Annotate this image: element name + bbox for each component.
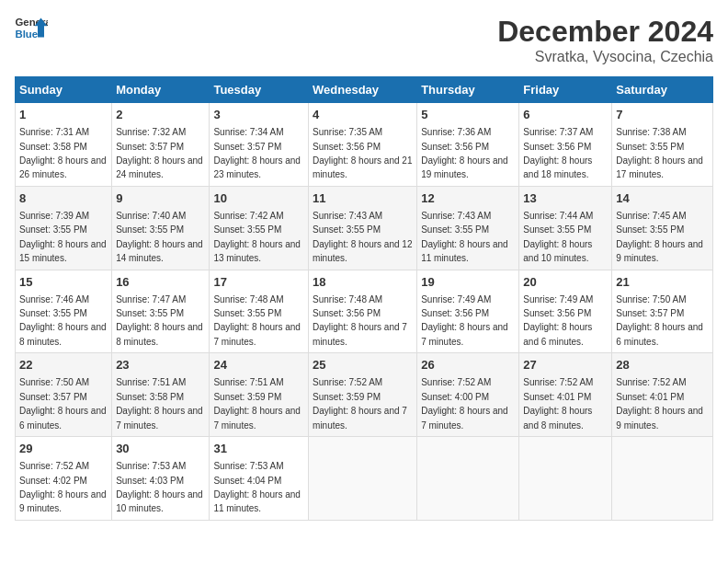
calendar-cell: 5 Sunrise: 7:36 AMSunset: 3:56 PMDayligh… (417, 103, 519, 187)
day-number: 12 (421, 190, 515, 207)
weekday-header-tuesday: Tuesday (210, 77, 309, 103)
weekday-header-saturday: Saturday (612, 77, 713, 103)
day-info: Sunrise: 7:53 AMSunset: 4:03 PMDaylight:… (116, 461, 203, 513)
day-number: 14 (616, 190, 709, 207)
calendar-cell: 2 Sunrise: 7:32 AMSunset: 3:57 PMDayligh… (112, 103, 210, 187)
day-info: Sunrise: 7:37 AMSunset: 3:56 PMDaylight:… (523, 127, 593, 179)
day-number: 22 (19, 357, 108, 373)
day-info: Sunrise: 7:52 AMSunset: 3:59 PMDaylight:… (313, 377, 407, 430)
day-number: 29 (19, 441, 108, 457)
weekday-header-wednesday: Wednesday (309, 77, 417, 103)
calendar-cell: 16 Sunrise: 7:47 AMSunset: 3:55 PMDaylig… (112, 270, 210, 353)
day-info: Sunrise: 7:48 AMSunset: 3:55 PMDaylight:… (213, 294, 301, 347)
logo: General Blue (15, 15, 48, 40)
day-info: Sunrise: 7:45 AMSunset: 3:55 PMDaylight:… (616, 211, 703, 263)
weekday-header-row: SundayMondayTuesdayWednesdayThursdayFrid… (16, 77, 713, 103)
day-info: Sunrise: 7:51 AMSunset: 3:59 PMDaylight:… (213, 377, 301, 430)
calendar-cell: 15 Sunrise: 7:46 AMSunset: 3:55 PMDaylig… (16, 270, 112, 353)
day-number: 7 (616, 107, 709, 123)
calendar-cell: 20 Sunrise: 7:49 AMSunset: 3:56 PMDaylig… (519, 270, 612, 353)
day-number: 15 (19, 274, 108, 291)
calendar-cell: 12 Sunrise: 7:43 AMSunset: 3:55 PMDaylig… (417, 186, 519, 270)
day-info: Sunrise: 7:53 AMSunset: 4:04 PMDaylight:… (213, 461, 301, 513)
day-number: 25 (313, 357, 413, 373)
day-info: Sunrise: 7:36 AMSunset: 3:56 PMDaylight:… (421, 127, 508, 179)
calendar-cell: 10 Sunrise: 7:42 AMSunset: 3:55 PMDaylig… (210, 186, 309, 270)
day-info: Sunrise: 7:52 AMSunset: 4:01 PMDaylight:… (523, 377, 593, 430)
weekday-header-monday: Monday (112, 77, 210, 103)
day-info: Sunrise: 7:44 AMSunset: 3:55 PMDaylight:… (523, 211, 593, 263)
calendar-table: SundayMondayTuesdayWednesdayThursdayFrid… (15, 76, 713, 521)
calendar-cell: 21 Sunrise: 7:50 AMSunset: 3:57 PMDaylig… (612, 270, 713, 353)
day-number: 9 (116, 190, 205, 207)
weekday-header-friday: Friday (519, 77, 612, 103)
day-info: Sunrise: 7:49 AMSunset: 3:56 PMDaylight:… (421, 294, 508, 347)
calendar-cell: 8 Sunrise: 7:39 AMSunset: 3:55 PMDayligh… (16, 186, 112, 270)
day-info: Sunrise: 7:38 AMSunset: 3:55 PMDaylight:… (616, 127, 703, 179)
day-number: 4 (313, 107, 413, 123)
day-info: Sunrise: 7:52 AMSunset: 4:00 PMDaylight:… (421, 377, 508, 430)
day-number: 11 (313, 190, 413, 207)
day-info: Sunrise: 7:39 AMSunset: 3:55 PMDaylight:… (19, 211, 107, 263)
day-info: Sunrise: 7:43 AMSunset: 3:55 PMDaylight:… (421, 211, 508, 263)
calendar-cell: 1 Sunrise: 7:31 AMSunset: 3:58 PMDayligh… (16, 103, 112, 187)
day-number: 27 (523, 357, 608, 373)
day-number: 17 (213, 274, 304, 291)
calendar-week-row: 1 Sunrise: 7:31 AMSunset: 3:58 PMDayligh… (16, 103, 713, 187)
day-info: Sunrise: 7:50 AMSunset: 3:57 PMDaylight:… (19, 377, 107, 430)
day-number: 2 (116, 107, 205, 123)
calendar-cell: 13 Sunrise: 7:44 AMSunset: 3:55 PMDaylig… (519, 186, 612, 270)
calendar-cell: 22 Sunrise: 7:50 AMSunset: 3:57 PMDaylig… (16, 353, 112, 437)
calendar-cell: 14 Sunrise: 7:45 AMSunset: 3:55 PMDaylig… (612, 186, 713, 270)
calendar-cell: 4 Sunrise: 7:35 AMSunset: 3:56 PMDayligh… (309, 103, 417, 187)
day-number: 28 (616, 357, 709, 373)
day-number: 5 (421, 107, 515, 123)
day-info: Sunrise: 7:52 AMSunset: 4:02 PMDaylight:… (19, 461, 107, 513)
day-info: Sunrise: 7:47 AMSunset: 3:55 PMDaylight:… (116, 294, 203, 347)
day-number: 26 (421, 357, 515, 373)
day-info: Sunrise: 7:40 AMSunset: 3:55 PMDaylight:… (116, 211, 203, 263)
calendar-cell: 26 Sunrise: 7:52 AMSunset: 4:00 PMDaylig… (417, 353, 519, 437)
day-info: Sunrise: 7:52 AMSunset: 4:01 PMDaylight:… (616, 377, 703, 430)
calendar-cell: 6 Sunrise: 7:37 AMSunset: 3:56 PMDayligh… (519, 103, 612, 187)
day-info: Sunrise: 7:32 AMSunset: 3:57 PMDaylight:… (116, 127, 203, 179)
calendar-cell (417, 437, 519, 521)
calendar-week-row: 29 Sunrise: 7:52 AMSunset: 4:02 PMDaylig… (16, 437, 713, 521)
day-number: 30 (116, 441, 205, 457)
day-info: Sunrise: 7:51 AMSunset: 3:58 PMDaylight:… (116, 377, 203, 430)
day-number: 8 (19, 190, 108, 207)
title-section: December 2024 Svratka, Vysocina, Czechia (497, 15, 713, 65)
calendar-cell: 19 Sunrise: 7:49 AMSunset: 3:56 PMDaylig… (417, 270, 519, 353)
calendar-cell (309, 437, 417, 521)
calendar-cell: 27 Sunrise: 7:52 AMSunset: 4:01 PMDaylig… (519, 353, 612, 437)
day-info: Sunrise: 7:46 AMSunset: 3:55 PMDaylight:… (19, 294, 107, 347)
day-number: 1 (19, 107, 108, 123)
day-info: Sunrise: 7:48 AMSunset: 3:56 PMDaylight:… (313, 294, 407, 347)
day-info: Sunrise: 7:42 AMSunset: 3:55 PMDaylight:… (213, 211, 301, 263)
calendar-cell (519, 437, 612, 521)
day-number: 31 (213, 441, 304, 457)
day-number: 3 (213, 107, 304, 123)
day-info: Sunrise: 7:34 AMSunset: 3:57 PMDaylight:… (213, 127, 301, 179)
calendar-cell: 23 Sunrise: 7:51 AMSunset: 3:58 PMDaylig… (112, 353, 210, 437)
subtitle: Svratka, Vysocina, Czechia (497, 49, 713, 65)
calendar-week-row: 15 Sunrise: 7:46 AMSunset: 3:55 PMDaylig… (16, 270, 713, 353)
header: General Blue December 2024 Svratka, Vyso… (15, 15, 713, 65)
svg-text:Blue: Blue (16, 29, 39, 40)
weekday-header-sunday: Sunday (16, 77, 112, 103)
calendar-cell: 18 Sunrise: 7:48 AMSunset: 3:56 PMDaylig… (309, 270, 417, 353)
calendar-cell: 3 Sunrise: 7:34 AMSunset: 3:57 PMDayligh… (210, 103, 309, 187)
calendar-cell: 17 Sunrise: 7:48 AMSunset: 3:55 PMDaylig… (210, 270, 309, 353)
calendar-cell: 28 Sunrise: 7:52 AMSunset: 4:01 PMDaylig… (612, 353, 713, 437)
day-info: Sunrise: 7:50 AMSunset: 3:57 PMDaylight:… (616, 294, 703, 347)
calendar-cell: 30 Sunrise: 7:53 AMSunset: 4:03 PMDaylig… (112, 437, 210, 521)
logo-icon: General Blue (15, 15, 48, 40)
day-info: Sunrise: 7:43 AMSunset: 3:55 PMDaylight:… (313, 211, 412, 263)
calendar-cell: 24 Sunrise: 7:51 AMSunset: 3:59 PMDaylig… (210, 353, 309, 437)
day-number: 18 (313, 274, 413, 291)
day-info: Sunrise: 7:49 AMSunset: 3:56 PMDaylight:… (523, 294, 593, 347)
day-number: 24 (213, 357, 304, 373)
weekday-header-thursday: Thursday (417, 77, 519, 103)
day-number: 13 (523, 190, 608, 207)
day-number: 10 (213, 190, 304, 207)
